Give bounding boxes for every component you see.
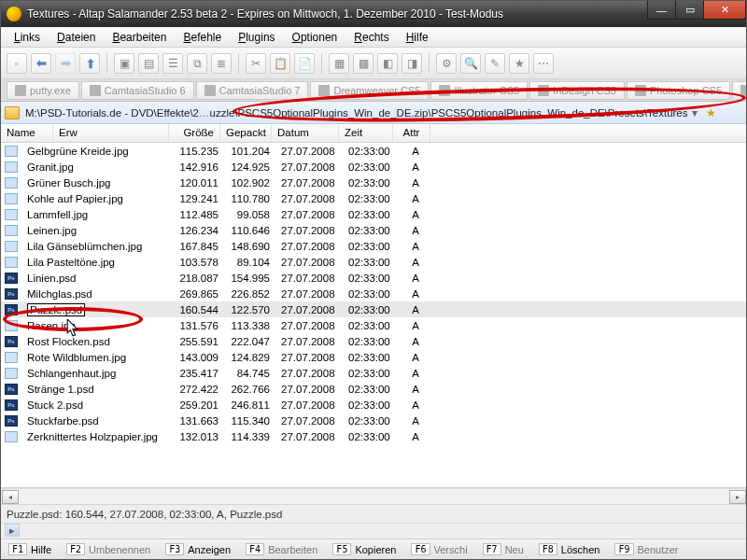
toolbar-btn-14[interactable]: 🔍 <box>460 53 481 74</box>
path-text[interactable]: M:\PSD-Tutorials.de - DVD\Effekte\2…uzzl… <box>25 107 688 119</box>
shortcut-dreamweaver-cs5[interactable]: Dreamweaver CS5 <box>310 81 429 100</box>
menu-rechts[interactable]: Rechts <box>346 29 396 46</box>
menu-links[interactable]: Links <box>7 29 48 46</box>
table-row[interactable]: Lila Gänseblümchen.jpg167.845148.69027.0… <box>1 238 746 254</box>
toolbar-btn-17[interactable]: ⋯ <box>533 53 554 74</box>
table-row[interactable]: Granit.jpg142.916124.92527.07.200802:33:… <box>1 159 746 175</box>
table-row[interactable]: Linien.psd218.087154.99527.07.200802:33:… <box>1 270 746 286</box>
toolbar-btn-11[interactable]: ◧ <box>377 53 398 74</box>
scroll-right-icon[interactable]: ▸ <box>729 490 746 504</box>
shortcut-putty.exe[interactable]: putty.exe <box>7 81 79 100</box>
file-packed: 222.047 <box>224 336 275 347</box>
toolbar-btn-8[interactable]: 📄 <box>294 53 315 74</box>
file-name: Puzzle.psd <box>21 303 173 316</box>
menu-hilfe[interactable]: Hilfe <box>399 29 436 46</box>
fn-f6[interactable]: F6Verschi <box>403 543 474 555</box>
table-row[interactable]: Gelbgrüne Kreide.jpg115.235101.20427.07.… <box>1 143 746 159</box>
minimize-button[interactable]: — <box>647 1 675 20</box>
table-row[interactable]: Rost Flocken.psd255.591222.04727.07.2008… <box>1 333 746 349</box>
col-erw[interactable]: Erw <box>53 124 169 142</box>
col-groesse[interactable]: Größe <box>169 124 220 142</box>
table-row[interactable]: Rote Wildblumen.jpg143.009124.82927.07.2… <box>1 349 746 365</box>
path-bar[interactable]: M:\PSD-Tutorials.de - DVD\Effekte\2…uzzl… <box>1 102 746 124</box>
shortcut-photos[interactable]: Photos <box>732 81 746 100</box>
fn-f5[interactable]: F5Kopieren <box>325 543 403 555</box>
path-favorite-icon[interactable]: ★ <box>705 106 718 119</box>
col-attr[interactable]: Attr <box>393 124 430 142</box>
fn-f4[interactable]: F4Bearbeiten <box>238 543 325 555</box>
toolbar-btn-1[interactable]: ▣ <box>114 53 134 74</box>
table-row[interactable]: Puzzle.psd160.544122.57027.07.200802:33:… <box>1 301 746 317</box>
menu-bearbeiten[interactable]: Bearbeiten <box>105 29 174 46</box>
toolbar-btn-7[interactable]: 📋 <box>270 53 290 74</box>
toolbar-btn-12[interactable]: ◨ <box>402 53 422 74</box>
maximize-button[interactable]: ▭ <box>675 1 703 20</box>
file-name: Grüner Busch.jpg <box>21 177 173 189</box>
menu-plugins[interactable]: Plugins <box>231 29 282 46</box>
fn-f2[interactable]: F2Umbenennen <box>59 543 158 555</box>
table-row[interactable]: Milchglas.psd269.865226.85227.07.200802:… <box>1 286 746 301</box>
shortcut-label: Illustrator CS5 <box>454 85 519 96</box>
toolbar-btn-6[interactable]: ✂ <box>246 53 266 74</box>
toolbar-btn-5[interactable]: ≣ <box>211 53 232 74</box>
path-dropdown-icon[interactable]: ▾ <box>688 106 701 119</box>
toolbar-btn-2[interactable]: ▤ <box>138 53 159 74</box>
toolbar-btn-9[interactable]: ▦ <box>329 53 349 74</box>
table-row[interactable]: Rasen.jpg131.576113.33827.07.200802:33:0… <box>1 317 746 333</box>
h-scrollbar[interactable]: ◂ ▸ <box>1 488 746 504</box>
toolbar-btn-16[interactable]: ★ <box>509 53 529 74</box>
file-packed: 113.338 <box>224 320 275 331</box>
col-zeit[interactable]: Zeit <box>339 124 393 142</box>
table-row[interactable]: Lammfell.jpg112.48599.05827.07.200802:33… <box>1 206 746 222</box>
toolbar-btn-3[interactable]: ☰ <box>162 53 183 74</box>
shortcut-photoshop-cs5[interactable]: Photoshop CS5 <box>627 81 730 100</box>
file-time: 02:33:00 <box>343 161 397 173</box>
toolbar-btn-15[interactable]: ✎ <box>485 53 505 74</box>
fn-f3[interactable]: F3Anzeigen <box>158 543 238 555</box>
drive-button[interactable]: ▸ <box>5 524 20 537</box>
shortcut-icon <box>15 85 26 96</box>
table-row[interactable]: Leinen.jpg126.234110.64627.07.200802:33:… <box>1 222 746 238</box>
file-attr: A <box>397 320 434 331</box>
fn-f8[interactable]: F8Löschen <box>531 543 608 555</box>
fn-f7[interactable]: F7Neu <box>475 543 531 555</box>
table-row[interactable]: Grüner Busch.jpg120.011102.90227.07.2008… <box>1 175 746 190</box>
jpg-file-icon <box>5 320 18 331</box>
table-row[interactable]: Stuck 2.psd259.201246.81127.07.200802:33… <box>1 397 746 413</box>
menu-befehle[interactable]: Befehle <box>176 29 229 46</box>
drive-bar: ▸ <box>1 523 746 539</box>
fn-f1[interactable]: F1Hilfe <box>1 543 59 555</box>
file-date: 27.07.2008 <box>275 161 343 173</box>
scroll-left-icon[interactable]: ◂ <box>2 490 19 504</box>
fn-f9[interactable]: F9Benutzer <box>607 543 685 555</box>
col-datum[interactable]: Datum <box>272 124 339 142</box>
shortcut-camtasiastudio-6[interactable]: CamtasiaStudio 6 <box>81 81 194 100</box>
file-name: Stränge 1.psd <box>21 384 173 395</box>
close-button[interactable]: ✕ <box>703 1 746 20</box>
shortcut-indesign-cs5[interactable]: InDesign CS5 <box>529 81 625 100</box>
toolbar-btn-4[interactable]: ⧉ <box>187 53 207 74</box>
fn-key-box: F2 <box>66 543 85 555</box>
shortcut-camtasiastudio-7[interactable]: CamtasiaStudio 7 <box>196 81 309 100</box>
toolbar-btn-10[interactable]: ▩ <box>353 53 374 74</box>
toolbar-fwd-icon[interactable]: ➡ <box>55 53 76 74</box>
table-row[interactable]: Schlangenhaut.jpg235.41784.74527.07.2008… <box>1 365 746 381</box>
shortcut-label: InDesign CS5 <box>553 85 616 96</box>
toolbar-new-icon[interactable]: ▫ <box>7 53 27 74</box>
table-row[interactable]: Zerknittertes Holzpapier.jpg132.013114.3… <box>1 428 746 444</box>
col-name[interactable]: Name <box>1 124 53 142</box>
file-name: Kohle auf Papier.jpg <box>21 193 173 204</box>
table-row[interactable]: Stuckfarbe.psd131.663115.34027.07.200802… <box>1 413 746 428</box>
shortcut-illustrator-cs5[interactable]: Illustrator CS5 <box>430 81 528 100</box>
toolbar-back-icon[interactable]: ⬅ <box>31 53 51 74</box>
file-size: 255.591 <box>173 336 224 347</box>
table-row[interactable]: Lila Pasteltöne.jpg103.57889.10427.07.20… <box>1 254 746 270</box>
menu-dateien[interactable]: Dateien <box>49 29 103 46</box>
file-list[interactable]: Gelbgrüne Kreide.jpg115.235101.20427.07.… <box>1 143 746 488</box>
col-gepackt[interactable]: Gepackt <box>220 124 272 142</box>
table-row[interactable]: Stränge 1.psd272.422262.76627.07.200802:… <box>1 381 746 397</box>
menu-optionen[interactable]: Optionen <box>285 29 345 46</box>
table-row[interactable]: Kohle auf Papier.jpg129.241110.78027.07.… <box>1 190 746 206</box>
toolbar-up-icon[interactable]: ⬈ <box>79 53 100 74</box>
toolbar-btn-13[interactable]: ⚙ <box>436 53 457 74</box>
